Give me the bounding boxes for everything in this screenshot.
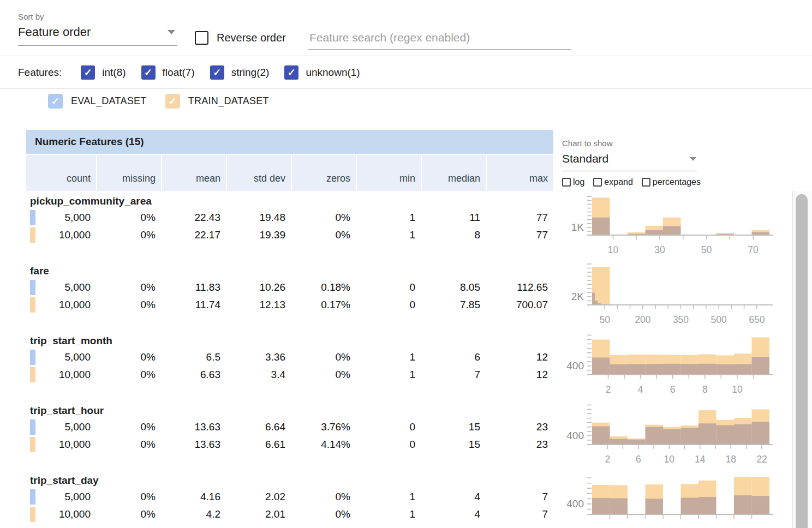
histogram-svg: 502003505006502K bbox=[553, 260, 792, 329]
chart-type-value[interactable]: Standard bbox=[562, 152, 608, 165]
checkbox-unchecked-icon[interactable] bbox=[593, 178, 602, 187]
histogram-svg: 103050701K bbox=[553, 190, 792, 260]
stat-row-eval_dataset: 5,0000%4.162.020%147 bbox=[26, 488, 553, 506]
column-header-missing[interactable]: missing bbox=[96, 155, 161, 191]
sort-by-dropdown[interactable]: Sort by Feature order bbox=[18, 12, 177, 46]
svg-text:22: 22 bbox=[756, 454, 767, 465]
feature-row-trip_start_day: trip_start_day5,0000%4.162.020%14710,000… bbox=[26, 470, 553, 528]
svg-text:14: 14 bbox=[695, 454, 706, 465]
stat-row-eval_dataset: 5,0000%6.53.360%1612 bbox=[26, 349, 553, 366]
stat-value: 10,000 bbox=[26, 369, 96, 381]
stat-value: 1 bbox=[356, 212, 421, 224]
feature-type-filter-string-2-[interactable]: ✓string(2) bbox=[210, 65, 270, 80]
stat-value: 5,000 bbox=[26, 491, 96, 503]
column-header-median[interactable]: median bbox=[421, 155, 486, 191]
stat-value: 0% bbox=[96, 491, 161, 503]
chart-type-dropdown[interactable]: Standard bbox=[562, 148, 697, 171]
scrollbar-thumb[interactable] bbox=[796, 194, 808, 528]
feature-name: trip_start_month bbox=[26, 333, 553, 349]
svg-text:2K: 2K bbox=[571, 291, 584, 302]
chart-option-toggles: logexpandpercentages bbox=[562, 177, 792, 187]
stat-value: 7 bbox=[421, 369, 486, 381]
dataset-toggle-train_dataset[interactable]: ✓TRAIN_DATASET bbox=[165, 94, 269, 109]
feature-type-filter-float-7-[interactable]: ✓float(7) bbox=[141, 65, 195, 80]
feature-type-filter-unknown-1-[interactable]: ✓unknown(1) bbox=[284, 65, 360, 80]
stat-value: 5,000 bbox=[26, 351, 96, 363]
dataset-toggle-eval_dataset[interactable]: ✓EVAL_DATASET bbox=[48, 94, 147, 109]
svg-text:650: 650 bbox=[749, 314, 765, 325]
chart-option-expand[interactable]: expand bbox=[593, 177, 633, 187]
stat-value: 0% bbox=[96, 281, 161, 293]
stat-value: 0% bbox=[291, 351, 356, 363]
column-header-count[interactable]: count bbox=[26, 155, 96, 191]
checkbox-unchecked-icon[interactable] bbox=[562, 178, 571, 187]
feature-row-fare: fare5,0000%11.8310.260.18%08.05112.6510,… bbox=[26, 261, 553, 331]
stat-value: 3.76% bbox=[291, 421, 356, 433]
top-toolbar: Sort by Feature order Reverse order bbox=[0, 0, 812, 56]
checkbox-checked-icon[interactable]: ✓ bbox=[284, 65, 298, 80]
stat-value: 1 bbox=[356, 229, 421, 241]
features-label: Features: bbox=[18, 67, 62, 79]
stat-value: 4.16 bbox=[161, 491, 226, 503]
checkbox-checked-icon[interactable]: ✓ bbox=[165, 94, 180, 109]
feature-search-input[interactable] bbox=[308, 29, 571, 50]
feature-name: fare bbox=[26, 263, 553, 279]
feature-type-label: string(2) bbox=[231, 67, 270, 79]
stat-value: 6 bbox=[421, 351, 486, 363]
svg-text:1K: 1K bbox=[571, 221, 584, 233]
svg-text:6: 6 bbox=[670, 384, 676, 395]
chart-option-percentages[interactable]: percentages bbox=[642, 177, 701, 187]
column-header-std-dev[interactable]: std dev bbox=[226, 155, 291, 191]
chevron-down-icon[interactable] bbox=[690, 157, 696, 161]
stat-value: 23 bbox=[486, 439, 553, 451]
chart-controls: Chart to show Standard logexpandpercenta… bbox=[553, 130, 792, 190]
chevron-down-icon[interactable] bbox=[168, 30, 175, 34]
column-header-zeros[interactable]: zeros bbox=[291, 155, 356, 191]
checkbox-checked-icon[interactable]: ✓ bbox=[210, 65, 224, 80]
histogram-svg: 246810400 bbox=[553, 329, 792, 399]
stat-value: 6.61 bbox=[226, 439, 291, 451]
reverse-order-checkbox[interactable]: Reverse order bbox=[195, 31, 286, 45]
checkbox-checked-icon[interactable]: ✓ bbox=[48, 94, 63, 109]
histogram-svg: 400 bbox=[553, 469, 792, 528]
histogram-svg: 2610141822400 bbox=[553, 399, 792, 469]
stat-value: 0% bbox=[96, 299, 161, 311]
svg-text:18: 18 bbox=[726, 454, 736, 465]
stat-row-train_dataset: 10,0000%4.22.010%147 bbox=[26, 506, 553, 523]
dataset-color-chip bbox=[30, 437, 35, 452]
svg-text:8: 8 bbox=[702, 384, 708, 395]
stat-value: 22.43 bbox=[161, 212, 226, 224]
stat-value: 4 bbox=[421, 508, 486, 520]
dataset-color-chip bbox=[30, 210, 35, 225]
stat-row-eval_dataset: 5,0000%13.636.643.76%01523 bbox=[26, 418, 553, 436]
stat-value: 1 bbox=[356, 369, 421, 381]
column-header-max[interactable]: max bbox=[486, 155, 553, 191]
sort-by-value[interactable]: Feature order bbox=[18, 25, 91, 39]
stat-value: 3.36 bbox=[226, 351, 291, 363]
feature-type-filter-int-8-[interactable]: ✓int(8) bbox=[81, 65, 126, 80]
numeric-features-table: Numeric Features (15) countmissingmeanst… bbox=[26, 130, 553, 528]
checkbox-checked-icon[interactable]: ✓ bbox=[81, 65, 95, 80]
stat-value: 0% bbox=[291, 229, 356, 241]
chart-option-log[interactable]: log bbox=[562, 177, 584, 187]
stat-value: 10,000 bbox=[26, 229, 96, 241]
stat-value: 15 bbox=[421, 421, 486, 433]
column-header-mean[interactable]: mean bbox=[161, 155, 226, 191]
checkbox-checked-icon[interactable]: ✓ bbox=[141, 65, 156, 80]
stat-value: 7 bbox=[486, 508, 553, 520]
svg-text:10: 10 bbox=[608, 244, 619, 255]
reverse-order-label: Reverse order bbox=[217, 32, 286, 44]
stat-value: 19.39 bbox=[226, 229, 291, 241]
checkbox-unchecked-icon[interactable] bbox=[642, 178, 650, 187]
stat-value: 0% bbox=[96, 508, 161, 520]
checkbox-unchecked-icon[interactable] bbox=[195, 31, 208, 45]
svg-text:400: 400 bbox=[566, 498, 584, 509]
vertical-scrollbar[interactable] bbox=[792, 191, 812, 528]
stat-value: 15 bbox=[421, 439, 486, 451]
dataset-color-chip bbox=[30, 489, 35, 505]
stat-value: 0 bbox=[356, 439, 421, 451]
svg-text:10: 10 bbox=[664, 454, 675, 465]
dataset-color-chip bbox=[30, 350, 35, 365]
stat-value: 700.07 bbox=[486, 299, 553, 311]
column-header-min[interactable]: min bbox=[356, 155, 421, 191]
